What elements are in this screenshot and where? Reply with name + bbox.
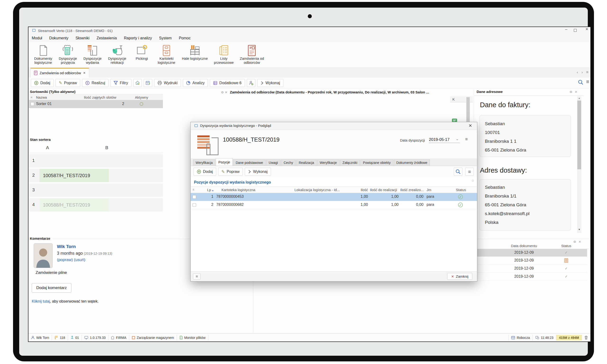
popraw-button[interactable]: ✎ Popraw (55, 79, 80, 87)
close-panel-icon[interactable]: ✕ (575, 90, 577, 94)
toolbar-dokumenty-logistyczne[interactable]: Dokumentylogistyczne (31, 44, 55, 65)
menu-zestawienia[interactable]: Zestawienia (96, 36, 117, 40)
calendar-filter-button[interactable]: 29 (144, 79, 152, 87)
col-status[interactable]: Status (449, 188, 473, 192)
toolbar-dyspozycje-przyjecia[interactable]: Dyspozycjeprzyjęcia (55, 44, 80, 65)
orders-menu-icon[interactable]: ≡ (586, 79, 589, 85)
docs-col-date[interactable]: Data dokumentu (503, 244, 545, 248)
row-checkbox[interactable] (193, 203, 196, 207)
dialog-search-button[interactable] (454, 168, 462, 176)
sorter-slot-row[interactable]: 4 100588/H_TEST/2019 (29, 198, 163, 211)
toolbar-hale-logistyczne[interactable]: Hale logistyczne (179, 44, 211, 61)
dialog-close-icon[interactable]: ✕ (468, 123, 472, 128)
maximize-button[interactable] (574, 29, 577, 32)
sorter-slot-row[interactable]: 3 (29, 183, 163, 197)
dialog-dodaj-button[interactable]: Dodaj (194, 168, 216, 176)
dialog-tab-pozycje[interactable]: Pozycje (216, 158, 232, 166)
row-checkbox[interactable] (193, 195, 196, 199)
col-ilosc-zrealizowana[interactable]: Ilość zrealizo... (400, 188, 424, 192)
scroll-down-icon[interactable]: ▼ (577, 228, 581, 231)
sorter-slot-row[interactable]: 1 (29, 154, 163, 168)
sorters-col-nazwa[interactable]: Nazwa (36, 95, 47, 99)
search-orders-button[interactable] (578, 79, 584, 85)
menu-raporty[interactable]: Raporty i analizy (124, 36, 152, 40)
menu-slowniki[interactable]: Słowniki (76, 36, 90, 40)
dialog-tab-dokumenty-zrodlowe[interactable]: Dokumenty źródłowe (394, 159, 430, 166)
wykonaj-button[interactable]: Wykonaj (257, 79, 283, 87)
tab-zamowienia-od-odbiorcow[interactable]: Zamówienia od odbiorców ✕ (30, 68, 89, 77)
tab-list-icon[interactable]: ≡ (586, 70, 589, 75)
dialog-tab-uwagi[interactable]: Uwagi (266, 159, 281, 166)
dialog-tab-powiazane-obiekty[interactable]: Powiązane obiekty (361, 159, 393, 166)
status-trash[interactable] (582, 335, 590, 340)
dialog-tab-cechy[interactable]: Cechy (281, 159, 296, 166)
user-action-button[interactable] (247, 79, 255, 87)
grid-menu-icon[interactable]: ≡ (193, 188, 194, 191)
position-row[interactable]: 2 7870000000682 1,00 1,00 0,00 para ✓ (191, 201, 477, 209)
dialog-popraw-button[interactable]: ✎ Popraw (218, 168, 243, 176)
toolbar-pickingi[interactable]: Pickingi (129, 44, 154, 61)
minimize-button[interactable]: – (563, 27, 570, 32)
toolbar-zamowienia-od-odbiorcow[interactable]: Zamówienia ododbiorców (237, 44, 267, 65)
row-checkbox[interactable] (31, 102, 34, 106)
toolbar-dyspozycje-relokacji[interactable]: Dyspozycjerelokacji (105, 44, 129, 65)
dialog-tab-dane-podstawowe[interactable]: Dane podstawowe (233, 159, 266, 166)
realizuj-button[interactable]: Realizuj (82, 79, 108, 87)
col-ilosc-do-realizacji[interactable]: Ilość do realizacji (370, 188, 397, 192)
tab-nav-left-icon[interactable]: ‹ (577, 70, 578, 75)
dodatkowe-button[interactable]: Dodatkowe 6 (210, 79, 245, 87)
col-jm[interactable]: Jm (426, 188, 431, 192)
sorters-col-slots[interactable]: Ilość zajętych slotów (74, 95, 126, 99)
zamknij-button[interactable]: ✕ Zamknij (447, 273, 472, 280)
toolbar-listy-przewozowe[interactable]: Listyprzewozowe (211, 44, 237, 65)
analizy-button[interactable]: Analizy (183, 79, 208, 87)
section-options-icon[interactable] (472, 180, 474, 182)
sorter-slot-row[interactable]: 2 100587/H_TEST/2019 (29, 169, 163, 182)
docs-col-status[interactable]: Status (559, 244, 573, 248)
dodaj-button[interactable]: Dodaj (31, 79, 53, 87)
comment-author-link[interactable]: Wik Torn (57, 244, 76, 249)
slot-cell-a[interactable]: 100588/H_TEST/2019 (39, 198, 109, 211)
dialog-tab-weryfikacje[interactable]: Weryfikacje (317, 159, 339, 166)
dialog-tab-realizacja[interactable]: Realizacja (296, 159, 317, 166)
menu-dokumenty[interactable]: Dokumenty (49, 36, 68, 40)
address-scrollbar[interactable]: ▲ ▼ (577, 96, 581, 233)
close-window-button[interactable]: ✕ (583, 27, 590, 31)
scroll-up-icon[interactable]: ▲ (577, 96, 581, 100)
toolbar-dyspozycje-wydania[interactable]: Dyspozycjewydania (80, 44, 105, 65)
chevron-down-icon[interactable]: ⌄ (456, 137, 459, 141)
pin-icon[interactable]: ⚙ (569, 90, 572, 94)
comment-delete-link[interactable]: (usuń) (74, 258, 85, 262)
slot-cell-a[interactable]: 100587/H_TEST/2019 (39, 169, 109, 182)
close-panel-icon[interactable]: ✕ (579, 240, 581, 244)
menu-modul[interactable]: Moduł (32, 36, 42, 40)
grid-menu-icon[interactable]: ≡ (31, 96, 32, 99)
comment-edit-link[interactable]: (popraw) (57, 258, 73, 262)
pin-icon[interactable]: ⚙ (573, 240, 576, 244)
filtry-button[interactable]: Filtry (110, 79, 131, 87)
tab-nav-right-icon[interactable]: › (581, 70, 583, 75)
col-kartoteka[interactable]: Kartoteka logistyczna (221, 188, 255, 192)
scrollbar-thumb[interactable] (577, 101, 581, 169)
wydruki-button[interactable]: Wydruki (154, 79, 181, 87)
tab-close-icon[interactable]: ✕ (83, 71, 86, 75)
home-filter-button[interactable] (133, 79, 142, 87)
col-lokalizacja[interactable]: Lokalizacja logistyczna - Id... (295, 188, 340, 192)
sorter-table-row[interactable]: Sorter 01 2 (29, 100, 163, 108)
dialog-tab-weryfikacja[interactable]: Weryfikacja (193, 159, 215, 166)
pin-icon[interactable]: ⚙ (221, 91, 224, 94)
menu-system[interactable]: System (159, 36, 172, 40)
status-memory[interactable]: 415M z 494M (556, 335, 582, 340)
toolbar-kartoteki-logistyczne[interactable]: Kartotekilogistyczne (154, 44, 179, 65)
menu-pomoc[interactable]: Pomoc (179, 36, 191, 40)
add-comment-button[interactable]: Dodaj komentarz (32, 283, 71, 293)
sorters-col-active[interactable]: Aktywny (129, 95, 155, 99)
col-ilosc[interactable]: Ilość (342, 188, 368, 192)
footer-menu-icon[interactable]: ≡ (193, 273, 201, 280)
dialog-list-menu-icon[interactable]: ≡ (465, 168, 474, 176)
dialog-tab-zalaczniki[interactable]: Załączniki (340, 159, 360, 166)
follow-thread-link[interactable]: Kliknij tutaj (32, 299, 50, 303)
close-panel-icon[interactable]: ✕ (225, 91, 227, 94)
dialog-wykonaj-button[interactable]: Wykonaj (245, 168, 271, 176)
col-lp[interactable]: Lp ▴ (200, 188, 213, 192)
